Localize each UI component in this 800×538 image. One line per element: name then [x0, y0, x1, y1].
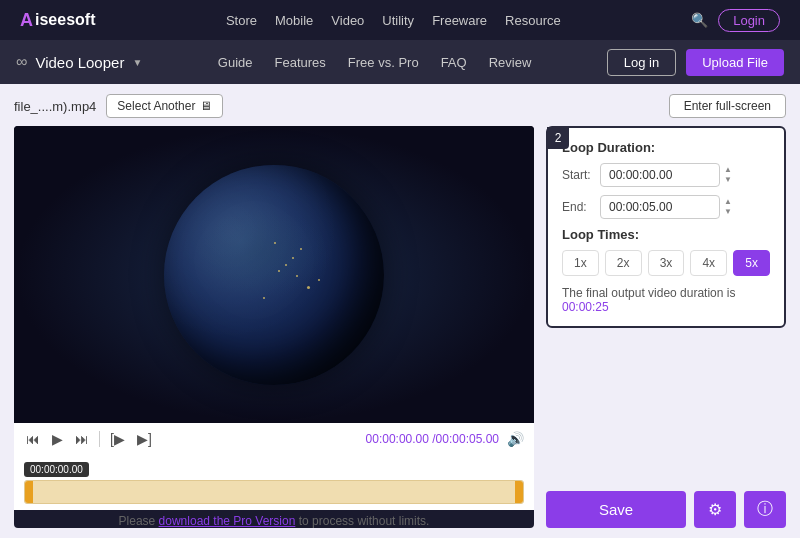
- nav-video[interactable]: Video: [331, 13, 364, 28]
- nav-store[interactable]: Store: [226, 13, 257, 28]
- play-button[interactable]: ▶: [50, 429, 65, 449]
- mark-in-button[interactable]: [▶: [108, 429, 127, 449]
- pro-notice: Please download the Pro Version to proce…: [14, 514, 534, 528]
- settings-button[interactable]: ⚙: [694, 491, 736, 528]
- start-label: Start:: [562, 168, 600, 182]
- loop-times-buttons: 1x 2x 3x 4x 5x: [562, 250, 770, 276]
- start-time-row: Start: ▲ ▼: [562, 163, 770, 187]
- nav-resource[interactable]: Resource: [505, 13, 561, 28]
- video-panel-row: ⏮ ▶ ⏭ [▶ ▶] 00:00:00.00 /00:00:05.00 🔊 0…: [14, 126, 786, 528]
- start-time-input[interactable]: [600, 163, 720, 187]
- video-section: ⏮ ▶ ⏭ [▶ ▶] 00:00:00.00 /00:00:05.00 🔊 0…: [14, 126, 534, 528]
- second-nav-links: Guide Features Free vs. Pro FAQ Review: [218, 55, 531, 70]
- right-panel: 2 Loop Duration: Start: ▲ ▼ End: ▲ ▼: [546, 126, 786, 528]
- end-spinners: ▲ ▼: [722, 197, 734, 217]
- loop-5x-button[interactable]: 5x: [733, 250, 770, 276]
- start-spinners: ▲ ▼: [722, 165, 734, 185]
- loop-settings-box: 2 Loop Duration: Start: ▲ ▼ End: ▲ ▼: [546, 126, 786, 328]
- log-in-button[interactable]: Log in: [607, 49, 676, 76]
- nav-mobile[interactable]: Mobile: [275, 13, 313, 28]
- loop-2x-button[interactable]: 2x: [605, 250, 642, 276]
- logo: A iseesoft: [20, 10, 95, 31]
- top-nav-right: 🔍 Login: [691, 9, 780, 32]
- second-navigation: ∞ Video Looper ▼ Guide Features Free vs.…: [0, 40, 800, 84]
- app-branding: ∞ Video Looper ▼: [16, 53, 142, 71]
- loop-times-label: Loop Times:: [562, 227, 770, 242]
- mark-out-button[interactable]: ▶]: [135, 429, 154, 449]
- pro-notice-text-after: to process without limits.: [295, 514, 429, 528]
- loop-3x-button[interactable]: 3x: [648, 250, 685, 276]
- file-bar: file_....m).mp4 Select Another 🖥 Enter f…: [14, 94, 786, 118]
- select-another-button[interactable]: Select Another 🖥: [106, 94, 223, 118]
- top-navigation: A iseesoft Store Mobile Video Utility Fr…: [0, 0, 800, 40]
- loop-4x-button[interactable]: 4x: [690, 250, 727, 276]
- select-another-label: Select Another: [117, 99, 195, 113]
- file-name: file_....m).mp4: [14, 99, 96, 114]
- video-display: [14, 126, 534, 423]
- final-duration: The final output video duration is 00:00…: [562, 286, 770, 314]
- login-button[interactable]: Login: [718, 9, 780, 32]
- start-spin-down[interactable]: ▼: [722, 175, 734, 185]
- end-spin-down[interactable]: ▼: [722, 207, 734, 217]
- end-time-row: End: ▲ ▼: [562, 195, 770, 219]
- save-button[interactable]: Save: [546, 491, 686, 528]
- nav-freeware[interactable]: Freeware: [432, 13, 487, 28]
- controls-divider: [99, 431, 100, 447]
- nav-faq[interactable]: FAQ: [441, 55, 467, 70]
- fullscreen-button[interactable]: Enter full-screen: [669, 94, 786, 118]
- time-display: 00:00:00.00 /00:00:05.00: [366, 432, 499, 446]
- timeline-handle-left[interactable]: [25, 481, 33, 503]
- timeline-track[interactable]: [24, 480, 524, 504]
- final-duration-time: 00:00:25: [562, 300, 609, 314]
- timeline-section: 00:00:00.00: [14, 455, 534, 510]
- save-row: Save ⚙ ⓘ: [546, 491, 786, 528]
- chevron-down-icon[interactable]: ▼: [132, 57, 142, 68]
- final-duration-text: The final output video duration is: [562, 286, 735, 300]
- pro-version-link[interactable]: download the Pro Version: [159, 514, 296, 528]
- second-nav-right: Log in Upload File: [607, 49, 784, 76]
- step-forward-button[interactable]: ⏭: [73, 429, 91, 449]
- loop-icon: ∞: [16, 53, 27, 71]
- end-time-input[interactable]: [600, 195, 720, 219]
- app-title: Video Looper: [35, 54, 124, 71]
- video-thumbnail: [164, 165, 384, 385]
- upload-file-button[interactable]: Upload File: [686, 49, 784, 76]
- nav-review[interactable]: Review: [489, 55, 532, 70]
- main-content: file_....m).mp4 Select Another 🖥 Enter f…: [0, 84, 800, 538]
- step-back-button[interactable]: ⏮: [24, 429, 42, 449]
- logo-text: iseesoft: [35, 11, 95, 29]
- step-badge: 2: [547, 127, 569, 149]
- monitor-icon: 🖥: [200, 99, 212, 113]
- controls-bar: ⏮ ▶ ⏭ [▶ ▶] 00:00:00.00 /00:00:05.00 🔊: [14, 423, 534, 455]
- search-icon[interactable]: 🔍: [691, 12, 708, 28]
- logo-icon: A: [20, 10, 33, 31]
- end-spin-up[interactable]: ▲: [722, 197, 734, 207]
- file-bar-left: file_....m).mp4 Select Another 🖥: [14, 94, 223, 118]
- pro-notice-text: Please: [119, 514, 159, 528]
- nav-features[interactable]: Features: [275, 55, 326, 70]
- volume-icon[interactable]: 🔊: [507, 431, 524, 447]
- nav-free-vs-pro[interactable]: Free vs. Pro: [348, 55, 419, 70]
- timeline-handle-right[interactable]: [515, 481, 523, 503]
- info-button[interactable]: ⓘ: [744, 491, 786, 528]
- top-nav-links: Store Mobile Video Utility Freeware Reso…: [226, 13, 561, 28]
- nav-guide[interactable]: Guide: [218, 55, 253, 70]
- nav-utility[interactable]: Utility: [382, 13, 414, 28]
- end-label: End:: [562, 200, 600, 214]
- start-spin-up[interactable]: ▲: [722, 165, 734, 175]
- time-marker: 00:00:00.00: [24, 462, 89, 477]
- loop-1x-button[interactable]: 1x: [562, 250, 599, 276]
- loop-duration-label: Loop Duration:: [562, 140, 770, 155]
- earth-lights: [164, 165, 384, 385]
